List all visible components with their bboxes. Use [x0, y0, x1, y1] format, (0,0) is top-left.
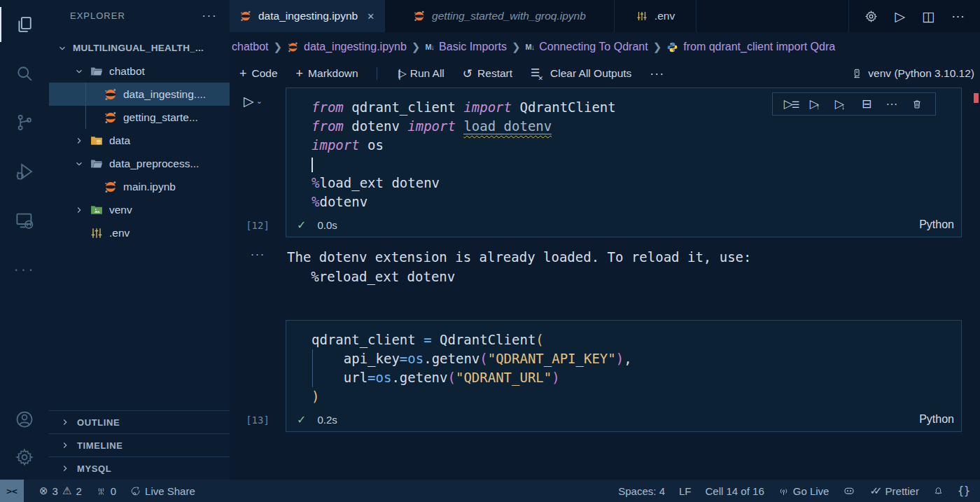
clear-all-outputs-button[interactable]: ☰✕Clear All Outputs: [531, 67, 631, 81]
restart-icon: ↺: [463, 67, 472, 81]
chevron-down-icon: [74, 159, 90, 169]
explorer-more-actions-icon[interactable]: ···: [202, 8, 217, 23]
toolbar-divider: [377, 67, 377, 80]
tree-item-venv[interactable]: venv: [49, 198, 230, 221]
panel-outline[interactable]: OUTLINE: [49, 410, 230, 433]
code-cell-2: [13] qdrant_client = QdrantClient( api_k…: [230, 320, 980, 432]
indentation-indicator[interactable]: Spaces: 4: [618, 485, 665, 497]
tree-item-chatbot[interactable]: chatbot: [49, 60, 230, 83]
sidebar-bottom-panels: OUTLINE TIMELINE MYSQL: [49, 410, 230, 480]
cell-language[interactable]: Python: [919, 413, 954, 426]
tab-env[interactable]: .env: [615, 0, 696, 32]
cell-gutter: ▷ ⌄ [12]: [230, 88, 286, 237]
split-cell-icon[interactable]: ⊟: [854, 97, 879, 111]
tree-root-folder[interactable]: MULTILINGUAL_HEALTH_...: [49, 36, 230, 60]
more-views-icon[interactable]: ···: [0, 245, 49, 294]
execute-cell-and-below-icon[interactable]: ▷☰: [778, 97, 804, 111]
run-debug-icon[interactable]: [0, 147, 49, 196]
explorer-icon[interactable]: [0, 0, 49, 49]
jupyter-icon: [104, 88, 118, 102]
source-control-icon[interactable]: [0, 98, 49, 147]
chevron-down-icon: ⌄: [256, 97, 262, 106]
more-icon: ···: [650, 67, 664, 81]
markdown-icon: M↓: [425, 43, 434, 51]
breadcrumb-connecting-qdrant[interactable]: M↓ Connecting To Qdrant: [526, 41, 648, 53]
tree-item-data-ingesting[interactable]: data_ingesting....: [49, 83, 230, 106]
tree-item-main-ipynb[interactable]: main.ipynb: [49, 175, 230, 198]
env-sliders-icon: [636, 10, 648, 22]
explorer-title: EXPLORER: [70, 11, 125, 21]
jupyter-icon: [287, 41, 299, 53]
add-code-cell-button[interactable]: +Code: [239, 67, 278, 81]
chevron-right-icon: [74, 205, 90, 215]
braces-indicator[interactable]: {}: [958, 484, 970, 497]
go-live-button[interactable]: Go Live: [778, 485, 830, 497]
breadcrumb-chatbot[interactable]: chatbot: [232, 41, 268, 53]
cell-container[interactable]: ▷☰ ▷↑ ▷↓ ⊟ ··· from qdrant_client import…: [286, 88, 962, 237]
tree-item-data-preprocess[interactable]: data_preprocess...: [49, 152, 230, 175]
cell-exec-time: 0.2s: [317, 414, 337, 426]
account-icon[interactable]: [15, 410, 34, 429]
chevron-right-icon: [74, 136, 90, 146]
notifications-bell-icon[interactable]: [933, 486, 944, 496]
run-all-button[interactable]: ❘▷Run All: [396, 67, 444, 80]
close-icon[interactable]: ✕: [367, 11, 374, 22]
cell-gutter: [13]: [230, 320, 286, 432]
run-cells-below-icon[interactable]: ▷↓: [829, 97, 854, 111]
tree-item-getting-started[interactable]: getting_starte...: [49, 106, 230, 129]
output-text: The dotenv extension is already loaded. …: [287, 247, 751, 286]
indent-guide: [85, 106, 86, 129]
kernel-picker[interactable]: venv (Python 3.10.12): [851, 67, 980, 80]
live-share-button[interactable]: Live Share: [130, 485, 195, 497]
breadcrumb-code-symbol[interactable]: from qdrant_client import Qdra: [666, 41, 835, 53]
folder-open-icon: [90, 64, 104, 78]
tab-data-ingesting[interactable]: data_ingesting.ipynb ✕: [230, 0, 385, 32]
cell-language[interactable]: Python: [919, 218, 954, 231]
settings-gear-icon[interactable]: [864, 10, 878, 23]
split-editor-icon[interactable]: ◫: [922, 8, 934, 25]
cell-status-bar: ✓ 0.2s Python: [286, 407, 961, 431]
copilot-status[interactable]: [843, 484, 855, 497]
cell-position-indicator[interactable]: Cell 14 of 16: [706, 485, 764, 497]
run-icon[interactable]: ▷: [895, 8, 905, 25]
search-icon[interactable]: [0, 49, 49, 98]
problems-indicator[interactable]: ⊗ 3 ⚠ 2: [39, 484, 82, 497]
cell-more-actions-icon[interactable]: ···: [879, 97, 904, 111]
folder-venv-icon: [90, 203, 104, 217]
delete-cell-icon[interactable]: [904, 99, 930, 110]
success-check-icon: ✓: [297, 218, 306, 232]
tab-getting-started[interactable]: getting_started_with_groq.ipynb: [385, 0, 615, 32]
add-markdown-cell-button[interactable]: +Markdown: [296, 67, 358, 81]
remote-explorer-icon[interactable]: [0, 196, 49, 245]
breadcrumb-basic-imports[interactable]: M↓ Basic Imports: [425, 41, 507, 53]
error-icon: ⊗: [39, 484, 48, 497]
antenna-icon: [96, 486, 106, 496]
toolbar-more-button[interactable]: ···: [650, 67, 664, 81]
run-cells-above-icon[interactable]: ▷↑: [804, 97, 829, 111]
scrollbar-error-marker: [974, 93, 979, 103]
breadcrumb-notebook[interactable]: data_ingesting.ipynb: [287, 41, 407, 53]
chevron-right-icon: [60, 417, 71, 427]
ports-indicator[interactable]: 0: [96, 485, 116, 497]
jupyter-icon: [104, 111, 118, 125]
tree-item-env-file[interactable]: .env: [49, 221, 230, 244]
prettier-status[interactable]: ✓✓ Prettier: [869, 484, 919, 497]
restart-button[interactable]: ↺Restart: [463, 67, 512, 81]
cell-output: ··· The dotenv extension is already load…: [230, 247, 980, 286]
cell-container[interactable]: qdrant_client = QdrantClient( api_key=os…: [286, 320, 962, 432]
broadcast-icon: [778, 486, 789, 496]
cell-code-editor[interactable]: qdrant_client = QdrantClient( api_key=os…: [286, 321, 961, 407]
chevron-down-icon: [74, 67, 90, 76]
jupyter-icon: [239, 10, 252, 22]
panel-mysql[interactable]: MYSQL: [49, 456, 230, 480]
run-cell-button[interactable]: ▷ ⌄: [244, 95, 286, 109]
eol-indicator[interactable]: LF: [679, 485, 692, 497]
cell-toolbar: ▷☰ ▷↑ ▷↓ ⊟ ···: [772, 92, 936, 116]
output-options-icon[interactable]: ···: [230, 247, 286, 286]
tree-item-data[interactable]: data: [49, 129, 230, 152]
panel-timeline[interactable]: TIMELINE: [49, 433, 230, 456]
settings-gear-icon[interactable]: [15, 447, 34, 467]
breadcrumb-separator: ❯: [512, 41, 521, 53]
more-actions-icon[interactable]: ···: [951, 8, 965, 24]
remote-indicator[interactable]: ><: [0, 480, 24, 502]
